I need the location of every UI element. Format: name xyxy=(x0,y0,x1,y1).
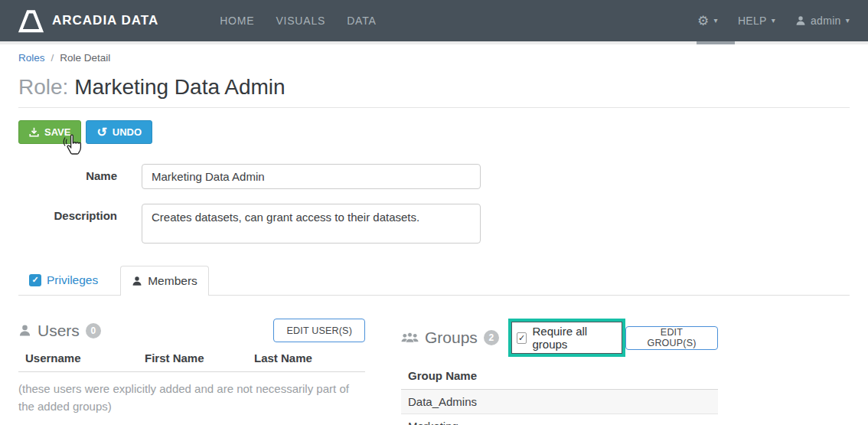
name-row: Name xyxy=(18,164,850,189)
require-all-groups-checkbox[interactable]: ✓ Require all groups xyxy=(517,325,615,351)
tab-bar: ✓ Privileges Members xyxy=(18,265,850,296)
scrollbar-thumb[interactable] xyxy=(697,41,735,44)
chevron-down-icon: ▾ xyxy=(772,17,775,25)
groups-header: Groups 2 ✓ Require all groups EDIT GROUP… xyxy=(401,319,718,357)
description-label: Description xyxy=(18,204,117,247)
users-header: Users 0 EDIT USER(S) xyxy=(18,319,365,342)
tab-privileges[interactable]: ✓ Privileges xyxy=(18,265,109,295)
user-icon xyxy=(795,15,806,26)
main-nav: HOME VISUALS DATA xyxy=(220,15,376,27)
nav-home[interactable]: HOME xyxy=(220,15,254,27)
main-content: Roles / Role Detail Role: Marketing Data… xyxy=(0,52,868,425)
group-icon xyxy=(401,332,419,345)
nav-visuals[interactable]: VISUALS xyxy=(276,15,325,27)
user-menu[interactable]: admin ▾ xyxy=(795,15,850,27)
column-header-last-name: Last Name xyxy=(254,351,312,365)
brand[interactable]: ARCADIA DATA xyxy=(18,9,158,33)
scrollbar-track xyxy=(0,41,868,44)
settings-menu[interactable]: ⚙ ▾ xyxy=(697,15,718,28)
undo-button[interactable]: ↺ UNDO xyxy=(86,120,152,144)
page-title: Role: Marketing Data Admin xyxy=(18,75,850,100)
column-header-first-name: First Name xyxy=(145,351,254,365)
edit-groups-button[interactable]: EDIT GROUP(S) xyxy=(625,326,718,350)
help-label: HELP xyxy=(738,15,767,27)
groups-title: Groups 2 xyxy=(401,329,499,347)
column-header-group-name: Group Name xyxy=(408,369,718,382)
users-count-badge: 0 xyxy=(86,323,101,338)
tab-members-label: Members xyxy=(148,274,197,288)
require-all-groups-highlight: ✓ Require all groups xyxy=(508,319,625,357)
gear-icon: ⚙ xyxy=(697,15,710,28)
users-title: Users 0 xyxy=(18,322,101,340)
save-button[interactable]: SAVE xyxy=(18,120,81,144)
users-note: (these users were explicitly added and a… xyxy=(18,380,355,416)
chevron-down-icon: ▾ xyxy=(846,17,850,25)
chevron-down-icon: ▾ xyxy=(714,17,718,25)
groups-count-badge: 2 xyxy=(484,330,499,345)
name-label: Name xyxy=(18,164,117,189)
arcadia-logo-icon xyxy=(18,9,44,33)
user-label: admin xyxy=(811,15,841,27)
page-title-value: Marketing Data Admin xyxy=(74,75,285,99)
title-divider xyxy=(18,107,850,108)
person-icon xyxy=(18,324,31,337)
save-icon xyxy=(29,127,39,137)
undo-button-label: UNDO xyxy=(113,126,142,138)
users-title-label: Users xyxy=(38,322,80,340)
checkbox-checked-icon[interactable]: ✓ xyxy=(517,332,527,344)
role-form: Name Description Creates datasets, can g… xyxy=(18,164,850,247)
users-panel: Users 0 EDIT USER(S) Username First Name… xyxy=(18,319,365,425)
nav-data[interactable]: DATA xyxy=(347,15,376,27)
help-menu[interactable]: HELP ▾ xyxy=(738,15,775,27)
breadcrumb: Roles / Role Detail xyxy=(18,52,850,64)
description-row: Description Creates datasets, can grant … xyxy=(18,204,850,247)
tab-privileges-label: Privileges xyxy=(47,273,98,287)
page-title-prefix: Role: xyxy=(18,75,68,99)
tab-members[interactable]: Members xyxy=(120,266,209,296)
table-row[interactable]: Data_Admins xyxy=(401,390,718,414)
breadcrumb-roles-link[interactable]: Roles xyxy=(18,52,45,64)
column-header-username: Username xyxy=(18,351,145,365)
groups-panel: Groups 2 ✓ Require all groups EDIT GROUP… xyxy=(401,319,718,425)
table-row[interactable]: Marketing xyxy=(401,414,718,425)
navbar-right: ⚙ ▾ HELP ▾ admin ▾ xyxy=(697,15,850,28)
require-all-groups-label: Require all groups xyxy=(532,325,615,351)
members-columns: Users 0 EDIT USER(S) Username First Name… xyxy=(18,319,850,425)
breadcrumb-separator: / xyxy=(51,52,54,64)
undo-icon: ↺ xyxy=(96,126,106,139)
edit-users-button[interactable]: EDIT USER(S) xyxy=(273,319,365,342)
users-table-header: Username First Name Last Name xyxy=(18,351,365,372)
toolbar: SAVE ↺ UNDO xyxy=(18,120,850,144)
save-button-label: SAVE xyxy=(44,126,70,138)
brand-label: ARCADIA DATA xyxy=(52,13,158,28)
groups-table-header: Group Name xyxy=(401,363,718,390)
name-input[interactable] xyxy=(142,164,481,189)
person-icon xyxy=(132,276,142,286)
groups-title-label: Groups xyxy=(425,329,478,347)
breadcrumb-current: Role Detail xyxy=(60,52,110,64)
description-input[interactable]: Creates datasets, can grant access to th… xyxy=(142,204,481,244)
checkbox-checked-icon: ✓ xyxy=(29,274,41,286)
navbar: ARCADIA DATA HOME VISUALS DATA ⚙ ▾ HELP … xyxy=(0,0,868,41)
